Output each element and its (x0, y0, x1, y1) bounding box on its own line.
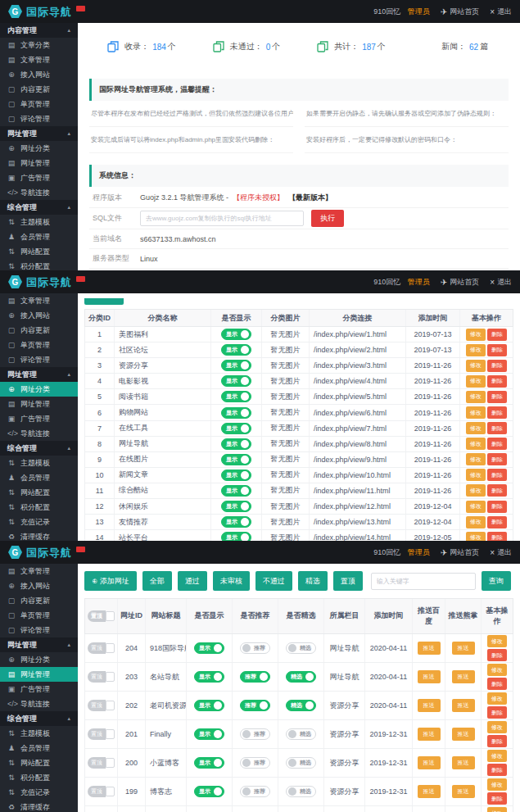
modify-button[interactable]: 修改 (487, 750, 507, 762)
delete-button[interactable]: 删除 (487, 501, 507, 513)
user-role[interactable]: 管理员 (408, 277, 430, 288)
category-link[interactable]: /index.php/view/13.html (310, 515, 406, 529)
modify-button[interactable]: 修改 (487, 635, 507, 647)
category-link[interactable]: /index.php/view/11.html (310, 483, 406, 498)
modify-button[interactable]: 修改 (466, 438, 486, 450)
delete-button[interactable]: 删除 (487, 678, 507, 690)
show-toggle[interactable]: 显示 (221, 532, 251, 541)
push-baidu-button[interactable]: 推送 (418, 670, 441, 683)
logout-link[interactable]: ×退出 (490, 547, 512, 558)
sidebar-item[interactable]: ⇅ 主题模板 (0, 456, 78, 470)
sidebar-item[interactable]: ♻ 清理缓存 (0, 529, 78, 541)
sort-top-toggle[interactable]: 置顶 (88, 728, 115, 740)
modify-button[interactable]: 修改 (487, 664, 507, 676)
delete-button[interactable]: 删除 (487, 422, 507, 434)
show-toggle[interactable]: 显示 (194, 728, 224, 740)
delete-button[interactable]: 删除 (487, 735, 507, 747)
recommend-toggle[interactable]: 推荐 (240, 728, 270, 740)
sidebar-item[interactable]: ⇅ 积分配置 (0, 259, 78, 270)
home-link[interactable]: ✈网站首页 (441, 7, 479, 17)
sidebar-item[interactable]: ⊕ 网址分类 (0, 141, 78, 156)
execute-button[interactable]: 执行 (311, 210, 344, 227)
show-toggle[interactable]: 显示 (194, 700, 224, 711)
delete-button[interactable]: 删除 (487, 649, 507, 661)
logout-link[interactable]: ×退出 (490, 7, 512, 17)
brand[interactable]: G 国际导航 (8, 546, 85, 560)
featured-toggle[interactable]: 精选 (286, 728, 316, 740)
filter-button[interactable]: 全部 (142, 571, 172, 591)
show-toggle[interactable]: 显示 (221, 329, 251, 340)
recommend-toggle[interactable]: 推荐 (240, 786, 270, 797)
modify-button[interactable]: 修改 (466, 501, 486, 513)
modify-button[interactable]: 修改 (466, 391, 486, 403)
show-toggle[interactable]: 显示 (221, 344, 251, 356)
sidebar-item[interactable]: ⇅ 主题模板 (0, 215, 78, 229)
modify-button[interactable]: 修改 (487, 807, 507, 812)
category-link[interactable]: /index.php/view/10.html (310, 468, 406, 483)
modify-button[interactable]: 修改 (466, 329, 486, 341)
brand[interactable]: G 国际导航 (8, 5, 85, 19)
sidebar-item[interactable]: ▣ 广告管理 (0, 170, 78, 185)
delete-button[interactable]: 删除 (487, 329, 507, 341)
brand[interactable]: G 国际导航 (8, 275, 85, 289)
sidebar-item[interactable]: ▣ 广告管理 (0, 411, 78, 426)
sort-top-toggle[interactable]: 置顶 (88, 786, 115, 797)
sidebar-item[interactable]: ▢ 评论管理 (0, 623, 78, 637)
show-toggle[interactable]: 显示 (221, 485, 251, 497)
sidebar-item[interactable]: ⇅ 网站配置 (0, 755, 78, 770)
sidebar-item[interactable]: ▢ 评论管理 (0, 352, 78, 367)
sidebar-item[interactable]: 综合管理 (0, 200, 78, 215)
delete-button[interactable]: 删除 (487, 706, 507, 719)
recommend-toggle[interactable]: 推荐 (240, 642, 270, 654)
sidebar-item[interactable]: ▢ 内容更新 (0, 323, 78, 338)
category-link[interactable]: /index.php/view/14.html (310, 530, 406, 541)
modify-button[interactable]: 修改 (466, 344, 486, 356)
recommend-toggle[interactable]: 推荐 (240, 757, 270, 769)
category-link[interactable]: /index.php/view/4.html (310, 374, 406, 388)
modify-button[interactable]: 修改 (466, 422, 486, 434)
search-button[interactable]: 查询 (482, 571, 511, 591)
show-toggle[interactable]: 显示 (194, 642, 224, 654)
modify-button[interactable]: 修改 (466, 453, 486, 465)
logout-link[interactable]: ×退出 (490, 277, 512, 288)
sort-top-toggle[interactable]: 置顶 (88, 642, 115, 654)
filter-button[interactable]: 通过 (178, 571, 207, 591)
push-baidu-button[interactable]: 推送 (418, 756, 441, 769)
modify-button[interactable]: 修改 (466, 484, 486, 497)
sidebar-item[interactable]: ⇅ 充值记录 (0, 515, 78, 529)
push-baidu-button[interactable]: 推送 (418, 728, 441, 741)
show-toggle[interactable]: 显示 (194, 757, 224, 769)
sidebar-item[interactable]: ▤ 网址管理 (0, 156, 78, 170)
sidebar-item[interactable]: </> 导航连接 (0, 426, 78, 441)
show-toggle[interactable]: 显示 (221, 375, 251, 387)
delete-button[interactable]: 删除 (487, 391, 507, 403)
show-toggle[interactable]: 显示 (194, 786, 224, 797)
push-baidu-button[interactable]: 推送 (418, 785, 441, 798)
sidebar-item[interactable]: ⊕ 网址分类 (0, 382, 78, 397)
category-link[interactable]: /index.php/view/6.html (310, 405, 406, 420)
category-link[interactable]: /index.php/view/3.html (310, 358, 406, 373)
show-toggle[interactable]: 显示 (221, 423, 251, 434)
delete-button[interactable]: 删除 (487, 360, 507, 372)
sidebar-item[interactable]: 综合管理 (0, 711, 78, 726)
delete-button[interactable]: 删除 (487, 438, 507, 450)
sidebar-item[interactable]: ▢ 内容更新 (0, 593, 78, 608)
home-link[interactable]: ✈网站首页 (441, 547, 479, 558)
push-xiongzhang-button[interactable]: 推送 (452, 785, 475, 798)
add-website-button[interactable]: ⊕ 添加网址 (84, 571, 137, 591)
modify-button[interactable]: 修改 (487, 692, 507, 705)
sidebar-item[interactable]: ▤ 文章管理 (0, 293, 78, 308)
sidebar-item[interactable]: ▣ 广告管理 (0, 682, 78, 696)
modify-button[interactable]: 修改 (466, 406, 486, 419)
show-toggle[interactable]: 显示 (221, 360, 251, 371)
sidebar-item[interactable]: 网址管理 (0, 126, 78, 141)
sidebar-item[interactable]: 网址管理 (0, 367, 78, 382)
category-link[interactable]: /index.php/view/1.html (310, 327, 406, 342)
sidebar-item[interactable]: ▤ 文章管理 (0, 52, 78, 67)
modify-button[interactable]: 修改 (466, 360, 486, 372)
sidebar-item[interactable]: ▢ 单页管理 (0, 338, 78, 352)
delete-button[interactable]: 删除 (487, 453, 507, 465)
push-xiongzhang-button[interactable]: 推送 (452, 670, 475, 683)
sidebar-item[interactable]: ⊕ 接入网站 (0, 67, 78, 82)
show-toggle[interactable]: 显示 (221, 438, 251, 450)
